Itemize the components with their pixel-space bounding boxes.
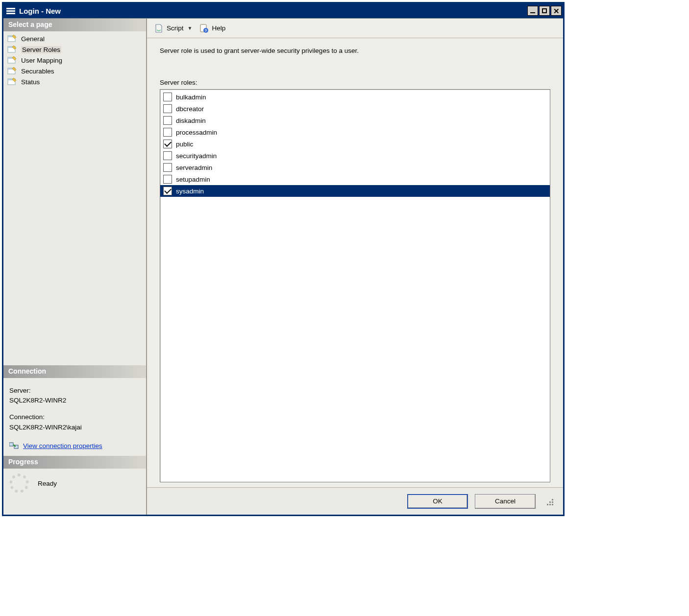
- server-roles-list[interactable]: bulkadmindbcreatordiskadminprocessadminp…: [160, 89, 550, 482]
- role-item-dbcreator[interactable]: dbcreator: [160, 103, 550, 115]
- role-item-processadmin[interactable]: processadmin: [160, 126, 550, 138]
- sidebar-item-label: Status: [21, 78, 40, 86]
- sidebar-item-label: General: [21, 35, 45, 43]
- role-checkbox[interactable]: [163, 163, 172, 172]
- progress-state: Ready: [38, 480, 57, 487]
- right-panel: Script ▼ ? Help Server role is used to g…: [147, 19, 563, 515]
- sidebar-item-label: User Mapping: [21, 57, 62, 64]
- role-item-setupadmin[interactable]: setupadmin: [160, 173, 550, 185]
- role-checkbox[interactable]: [163, 175, 172, 184]
- resize-grip-icon[interactable]: [544, 497, 554, 506]
- role-checkbox[interactable]: [163, 187, 172, 195]
- role-label: dbcreator: [176, 105, 204, 113]
- page-list: GeneralServer RolesUser MappingSecurable…: [3, 31, 146, 89]
- role-label: setupadmin: [176, 176, 210, 183]
- role-item-public[interactable]: public: [160, 138, 550, 150]
- cancel-button[interactable]: Cancel: [475, 494, 536, 509]
- role-checkbox[interactable]: [163, 128, 172, 137]
- maximize-button[interactable]: [539, 6, 550, 16]
- content: Server role is used to grant server-wide…: [147, 38, 563, 487]
- server-label: Server:: [9, 386, 140, 396]
- page-icon: [7, 67, 17, 75]
- script-button[interactable]: Script ▼: [152, 23, 194, 34]
- window: Login - New ✕ Select a page GeneralServe…: [2, 2, 565, 516]
- help-icon: ?: [199, 24, 209, 33]
- role-label: serveradmin: [176, 164, 212, 171]
- connection-body: Server: SQL2K8R2-WINR2 Connection: SQL2K…: [3, 378, 146, 456]
- sidebar-item-general[interactable]: General: [6, 33, 143, 44]
- role-label: diskadmin: [176, 117, 206, 124]
- sidebar-item-server-roles[interactable]: Server Roles: [6, 44, 143, 55]
- left-panel: Select a page GeneralServer RolesUser Ma…: [3, 19, 147, 515]
- toolbar: Script ▼ ? Help: [147, 19, 563, 38]
- role-checkbox[interactable]: [163, 151, 172, 160]
- script-label: Script: [167, 24, 184, 32]
- app-icon: [6, 5, 15, 16]
- role-checkbox[interactable]: [163, 116, 172, 125]
- ok-button[interactable]: OK: [407, 494, 468, 509]
- role-item-diskadmin[interactable]: diskadmin: [160, 115, 550, 126]
- connection-value: SQL2K8R2-WINR2\kajai: [9, 423, 140, 432]
- minimize-button[interactable]: [527, 6, 538, 16]
- role-label: sysadmin: [176, 188, 204, 195]
- sidebar-item-label: Securables: [21, 68, 54, 75]
- role-checkbox[interactable]: [163, 104, 172, 113]
- sidebar-item-securables[interactable]: Securables: [6, 66, 143, 76]
- role-checkbox[interactable]: [163, 140, 172, 148]
- progress-spinner-icon: [9, 474, 29, 493]
- role-item-securityadmin[interactable]: securityadmin: [160, 150, 550, 162]
- progress-body: Ready: [3, 469, 146, 498]
- page-icon: [7, 34, 17, 43]
- role-label: public: [176, 141, 193, 148]
- role-checkbox[interactable]: [163, 93, 172, 101]
- connection-label: Connection:: [9, 412, 140, 422]
- chevron-down-icon: ▼: [188, 25, 193, 31]
- footer: OK Cancel: [147, 487, 563, 515]
- network-icon: [9, 442, 19, 450]
- script-icon: [154, 24, 164, 33]
- connection-header: Connection: [3, 365, 146, 378]
- page-icon: [7, 56, 17, 65]
- close-button[interactable]: ✕: [551, 6, 562, 16]
- sidebar-item-label: Server Roles: [21, 46, 61, 53]
- sidebar-item-status[interactable]: Status: [6, 76, 143, 87]
- role-label: securityadmin: [176, 152, 217, 160]
- page-icon: [7, 45, 17, 54]
- server-value: SQL2K8R2-WINR2: [9, 396, 140, 405]
- view-connection-properties-link[interactable]: View connection properties: [23, 441, 102, 451]
- role-label: processadmin: [176, 129, 217, 136]
- sidebar-item-user-mapping[interactable]: User Mapping: [6, 55, 143, 66]
- window-title: Login - New: [19, 7, 527, 15]
- role-item-bulkadmin[interactable]: bulkadmin: [160, 91, 550, 103]
- help-button[interactable]: ? Help: [197, 23, 227, 34]
- server-roles-label: Server roles:: [160, 79, 550, 86]
- description-text: Server role is used to grant server-wide…: [160, 47, 550, 54]
- page-icon: [7, 77, 17, 86]
- role-item-sysadmin[interactable]: sysadmin: [160, 185, 550, 197]
- svg-text:?: ?: [205, 28, 207, 33]
- help-label: Help: [212, 24, 225, 32]
- window-buttons: ✕: [527, 6, 562, 16]
- client-area: Select a page GeneralServer RolesUser Ma…: [3, 18, 563, 515]
- select-page-header: Select a page: [3, 19, 146, 31]
- progress-header: Progress: [3, 456, 146, 469]
- svg-rect-10: [9, 443, 13, 446]
- role-item-serveradmin[interactable]: serveradmin: [160, 162, 550, 173]
- titlebar: Login - New ✕: [3, 3, 563, 18]
- role-label: bulkadmin: [176, 94, 206, 101]
